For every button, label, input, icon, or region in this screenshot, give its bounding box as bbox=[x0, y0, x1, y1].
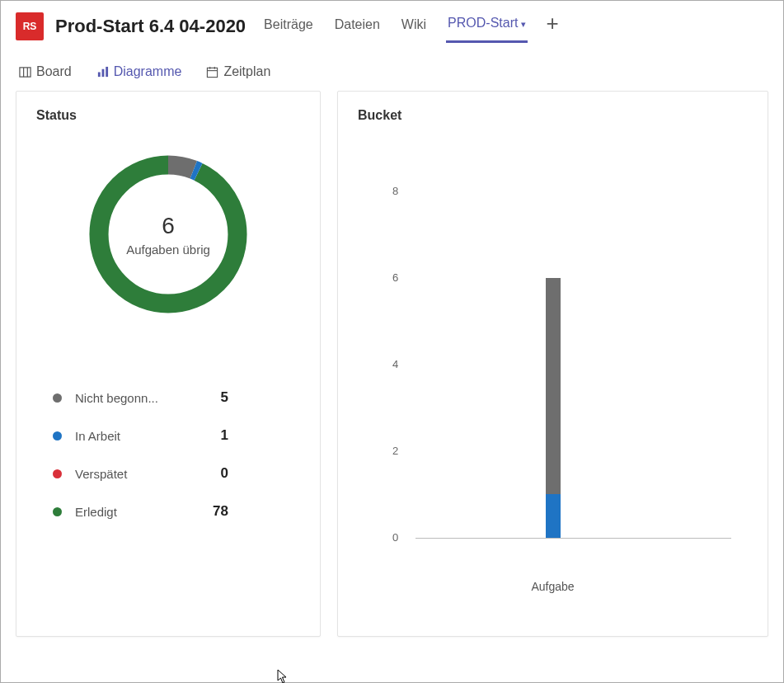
status-card-title: Status bbox=[36, 108, 300, 123]
donut-center-label: Aufgaben übrig bbox=[126, 243, 210, 257]
legend-label: Verspätet bbox=[75, 467, 199, 481]
chevron-down-icon: ▾ bbox=[521, 19, 526, 30]
svg-rect-6 bbox=[208, 68, 218, 77]
status-donut-chart: 6 Aufgaben übrig bbox=[82, 148, 255, 321]
mouse-cursor-icon bbox=[277, 669, 289, 683]
legend-label: Nicht begonn... bbox=[75, 391, 199, 405]
subnav-board[interactable]: Board bbox=[19, 64, 72, 79]
channel-tabs: Beiträge Dateien Wiki PROD-Start ▾ + bbox=[262, 9, 559, 43]
bucket-card-title: Bucket bbox=[358, 108, 748, 123]
subnav-diagramme-label: Diagramme bbox=[114, 64, 182, 79]
subnav-zeitplan[interactable]: Zeitplan bbox=[206, 64, 270, 79]
status-card: Status 6 Aufgaben übrig Nicht begonn... … bbox=[16, 91, 321, 637]
svg-rect-4 bbox=[101, 68, 104, 76]
tab-prod-start[interactable]: PROD-Start ▾ bbox=[446, 9, 528, 43]
status-legend: Nicht begonn... 5 In Arbeit 1 Verspätet … bbox=[36, 379, 300, 530]
legend-dot bbox=[53, 469, 62, 478]
channel-header: RS Prod-Start 6.4 04-2020 Beiträge Datei… bbox=[1, 1, 783, 43]
legend-value: 1 bbox=[199, 427, 228, 444]
legend-row-late: Verspätet 0 bbox=[53, 455, 300, 492]
tab-wiki[interactable]: Wiki bbox=[400, 11, 428, 42]
team-avatar: RS bbox=[16, 12, 44, 40]
board-icon bbox=[19, 66, 31, 78]
x-axis-line bbox=[415, 538, 731, 539]
tab-dateien[interactable]: Dateien bbox=[333, 11, 382, 42]
bar-segment-not-started bbox=[546, 278, 561, 494]
tab-prod-start-label: PROD-Start bbox=[448, 16, 518, 31]
legend-dot bbox=[53, 507, 62, 516]
tab-beitraege[interactable]: Beiträge bbox=[262, 11, 315, 42]
legend-dot bbox=[53, 393, 62, 403]
x-category-label: Aufgabe bbox=[358, 580, 748, 593]
subnav-board-label: Board bbox=[36, 64, 72, 79]
legend-row-in-progress: In Arbeit 1 bbox=[53, 417, 300, 455]
add-tab-button[interactable]: + bbox=[546, 11, 558, 41]
bar-stack-aufgabe bbox=[546, 278, 561, 538]
bucket-bar-chart: 8 6 4 2 0 Aufgabe bbox=[358, 172, 748, 619]
subnav-zeitplan-label: Zeitplan bbox=[223, 64, 270, 79]
bucket-card: Bucket 8 6 4 2 0 Aufgabe bbox=[337, 91, 768, 637]
planner-view-switch: Board Diagramme Zeitplan bbox=[1, 43, 783, 91]
schedule-icon bbox=[206, 66, 218, 78]
bar-segment-in-progress bbox=[546, 494, 561, 538]
chart-icon bbox=[96, 66, 109, 78]
y-tick-label: 8 bbox=[392, 185, 398, 197]
subnav-diagramme[interactable]: Diagramme bbox=[96, 64, 182, 79]
legend-value: 78 bbox=[199, 503, 228, 520]
legend-value: 5 bbox=[199, 389, 228, 406]
donut-center-number: 6 bbox=[162, 213, 175, 239]
charts-content: Status 6 Aufgaben übrig Nicht begonn... … bbox=[1, 91, 783, 652]
legend-label: Erledigt bbox=[75, 505, 199, 519]
channel-title: Prod-Start 6.4 04-2020 bbox=[55, 16, 246, 37]
svg-rect-5 bbox=[106, 66, 108, 76]
svg-rect-0 bbox=[20, 67, 31, 76]
legend-value: 0 bbox=[199, 465, 228, 482]
svg-rect-3 bbox=[98, 72, 101, 77]
legend-dot bbox=[53, 431, 62, 440]
legend-label: In Arbeit bbox=[75, 429, 199, 443]
legend-row-done: Erledigt 78 bbox=[53, 492, 300, 530]
legend-row-not-started: Nicht begonn... 5 bbox=[53, 379, 300, 417]
